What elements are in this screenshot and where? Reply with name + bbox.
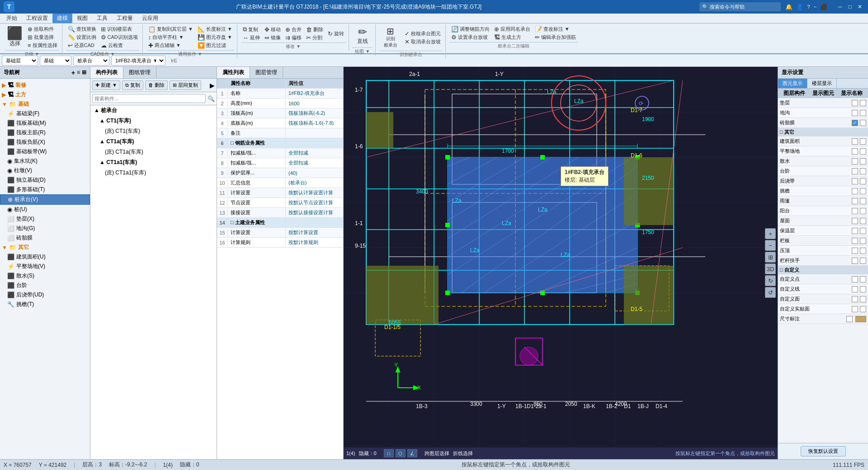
- element-type-selector[interactable]: 基础: [40, 56, 71, 66]
- attr-val-12[interactable]: 按默认节点设置计算: [286, 198, 343, 207]
- tree-item-raft-neg-rebar[interactable]: ⬛筏板负筋(X): [0, 137, 90, 147]
- restore-defaults-button[interactable]: 恢复默认设置: [801, 446, 846, 456]
- ribbon-btn-select[interactable]: ⬛ 选择: [5, 26, 25, 49]
- menu-tools[interactable]: 工具: [92, 14, 112, 23]
- ribbon-btn-apply-same[interactable]: ⊕应用同名承台: [492, 25, 532, 33]
- search-input[interactable]: [92, 94, 206, 103]
- disp-cb-roof-name[interactable]: [860, 218, 866, 224]
- comp-tree-ct1a-legacy[interactable]: (庶) CT1a(车库): [90, 147, 217, 157]
- tree-item-steps[interactable]: ⬛台阶: [0, 281, 90, 290]
- ribbon-btn-merge[interactable]: ⊕合并: [283, 26, 303, 33]
- comp-tree-ct1[interactable]: ▲ CT1(车库): [90, 116, 217, 126]
- ribbon-btn-rotate[interactable]: ↻旋转: [326, 30, 346, 38]
- ribbon-btn-id-floor[interactable]: ⊞识别楼层表: [99, 25, 140, 33]
- disp-cb-parapet-name[interactable]: [860, 238, 866, 244]
- disp-cb-post-cast-name[interactable]: [860, 178, 866, 184]
- list-view-btn[interactable]: ≡: [77, 69, 80, 76]
- ribbon-btn-cloud-check[interactable]: ☁云检查: [99, 42, 140, 49]
- disp-cb-site-level-show[interactable]: [852, 148, 858, 155]
- minimize-button[interactable]: ─: [835, 2, 844, 11]
- attr-val-15[interactable]: 按默计算设置: [286, 228, 343, 237]
- disp-cb-coping-show[interactable]: [852, 248, 858, 254]
- tab-attr-list[interactable]: 属性列表: [217, 67, 250, 78]
- disp-cb-custom-face-name[interactable]: [860, 296, 866, 302]
- btn-copy-floor[interactable]: ⊞ 层间复制: [170, 80, 201, 90]
- disp-cb-railing-show[interactable]: [852, 258, 858, 264]
- menu-view[interactable]: 视图: [72, 14, 92, 23]
- disp-cb-custom-tile-show[interactable]: [852, 306, 858, 312]
- disp-cb-canopy-show[interactable]: [852, 188, 858, 194]
- ribbon-btn-cancel-slope[interactable]: ✕取消承台放坡: [403, 38, 443, 46]
- disp-cb-build-area-show[interactable]: [852, 138, 858, 145]
- grid-view-btn[interactable]: ⊞: [82, 69, 86, 76]
- component-selector[interactable]: 1#FB2-填充承台 ▼: [111, 56, 165, 66]
- ribbon-btn-offset[interactable]: ⇉偏移: [283, 34, 303, 42]
- attr-val-11[interactable]: 按默认计算设置计算: [286, 188, 343, 197]
- ribbon-btn-copy-to-floor[interactable]: 📋复制到其它层 ▼: [146, 25, 195, 33]
- disp-cb-balcony-show[interactable]: [852, 208, 858, 214]
- menu-cloud[interactable]: 云应用: [137, 14, 163, 23]
- menu-quantities[interactable]: 工程量: [112, 14, 137, 23]
- ribbon-btn-restore-cad[interactable]: ↩还原CAD: [66, 42, 98, 49]
- tree-item-cushion[interactable]: ⬜垫层(X): [0, 214, 90, 224]
- tree-item-brick-formwork[interactable]: ⬜砖胎膜: [0, 233, 90, 243]
- disp-cb-canopy2-show[interactable]: [852, 198, 858, 204]
- disp-cb-trench-name[interactable]: [860, 110, 866, 116]
- menu-modeling[interactable]: 建模: [52, 14, 72, 23]
- tree-item-foundation-beam[interactable]: ⚡基础梁(F): [0, 109, 90, 118]
- ribbon-btn-save-elem[interactable]: 💾图元存盘 ▼: [196, 33, 234, 41]
- ribbon-btn-mirror[interactable]: ⇔镜像: [263, 34, 283, 42]
- tree-item-trench[interactable]: ⬜地沟(G): [0, 224, 90, 233]
- add-item-btn[interactable]: +: [71, 69, 75, 76]
- disp-cb-custom-tile-name[interactable]: [860, 306, 866, 312]
- tab-layer-mgmt[interactable]: 图层管理: [250, 67, 283, 78]
- disp-cb-brick-fm-show[interactable]: ✓: [852, 120, 858, 126]
- disp-cb-cushion-name[interactable]: [860, 100, 866, 106]
- tab-component-list[interactable]: 构件列表: [90, 67, 123, 78]
- tree-item-pile[interactable]: ◉桩(U): [0, 205, 90, 214]
- disp-cb-railing-name[interactable]: [860, 258, 866, 264]
- disp-cb-custom-pt-show[interactable]: [852, 276, 858, 282]
- disp-cb-site-level-name[interactable]: [860, 148, 866, 155]
- disp-cb-build-area-name[interactable]: [860, 138, 866, 145]
- tab-element-display[interactable]: 图元显示: [778, 79, 807, 88]
- tree-item-sump[interactable]: ◉集水坑(K): [0, 156, 90, 166]
- disp-cb-canopy-name[interactable]: [860, 188, 866, 194]
- canvas-btn-rotate-ccw[interactable]: ↺: [765, 287, 776, 298]
- tree-item-building-area[interactable]: ⬛建筑面积(U): [0, 252, 90, 262]
- cad-canvas[interactable]: 1-7 2a-1 1-Y 1-6 1-1 9-15 D1-7 D1-6 D1-5…: [344, 67, 778, 459]
- comp-tree-ct1a1[interactable]: ▲ CT1a1(车库): [90, 157, 217, 168]
- canvas-btn-rect-select[interactable]: □: [384, 449, 394, 457]
- disp-color-dim[interactable]: [855, 316, 866, 322]
- tree-item-post-cast[interactable]: ⬛后浇带(UD): [0, 290, 90, 300]
- tree-item-foundation-strip[interactable]: ⬛基础板带(W): [0, 147, 90, 156]
- attr-val-3[interactable]: 筏板顶标高(-6.2): [286, 109, 343, 118]
- disp-cb-apron-name[interactable]: [860, 158, 866, 164]
- ribbon-btn-set-slope[interactable]: ⚙设置承台放坡: [449, 33, 491, 41]
- disp-cb-post-cast-show[interactable]: [852, 178, 858, 184]
- menu-start[interactable]: 开始: [2, 14, 22, 23]
- disp-cb-custom-line-show[interactable]: [852, 286, 858, 292]
- ribbon-btn-batch[interactable]: ⊞批量选择: [26, 33, 59, 41]
- ribbon-btn-edit-reinf[interactable]: ✏编辑承台加强筋: [533, 33, 578, 41]
- attr-val-2[interactable]: 1600: [286, 100, 343, 107]
- ribbon-btn-filter[interactable]: 🔽图元过滤: [196, 42, 234, 49]
- ribbon-btn-len-label[interactable]: 📐长度标注 ▼: [196, 25, 234, 33]
- attr-val-7[interactable]: 全部扣减: [286, 149, 343, 157]
- tab-drawing-management[interactable]: 图纸管理: [123, 67, 156, 78]
- attr-val-10[interactable]: (桩承台): [286, 179, 343, 187]
- attr-val-8[interactable]: 全部扣减: [286, 159, 343, 167]
- tree-item-site-leveling[interactable]: ⚡平整场地(V): [0, 262, 90, 271]
- ribbon-btn-find[interactable]: 🔍查找替换: [66, 25, 98, 33]
- comp-tree-ct1-legacy[interactable]: (庶) CT1(车库): [90, 126, 217, 136]
- comp-tree-ct1a1-legacy[interactable]: (庶) CT1a1(车库): [90, 168, 217, 178]
- ribbon-btn-change-label[interactable]: 📝查改标注 ▼: [533, 25, 578, 33]
- tree-item-raft-main-rebar[interactable]: ⬛筏板主筋(R): [0, 128, 90, 137]
- disp-cb-custom-face-show[interactable]: [852, 296, 858, 302]
- disp-cb-steps-name[interactable]: [860, 168, 866, 174]
- btn-delete-component[interactable]: 🗑 删除: [145, 80, 168, 90]
- ribbon-btn-extend[interactable]: ↔延伸: [241, 34, 262, 42]
- ribbon-btn-line[interactable]: ✏ 直线: [353, 25, 373, 47]
- attr-val-4[interactable]: 筏板顶标高-1.6(-7.8): [286, 119, 343, 127]
- tree-item-raft-foundation[interactable]: ⬛筏板基础(M): [0, 118, 90, 128]
